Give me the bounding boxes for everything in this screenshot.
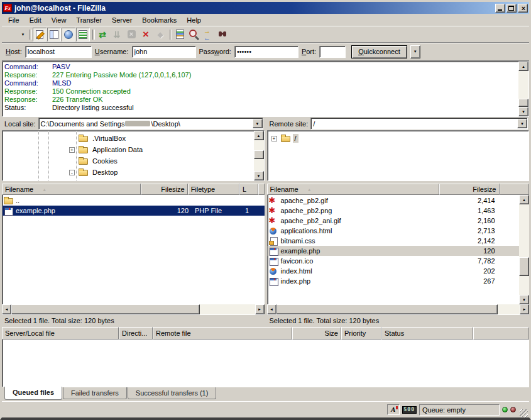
scroll-down-icon[interactable]: ▼ — [254, 171, 264, 180]
window-title: john@localhost - FileZilla — [14, 4, 495, 13]
column-header[interactable]: Filetype — [188, 184, 239, 195]
title-bar[interactable]: Fz john@localhost - FileZilla × — [2, 2, 529, 14]
password-label: Password: — [199, 48, 231, 55]
toggle-message-log[interactable] — [33, 28, 47, 41]
column-header[interactable]: L — [239, 184, 258, 195]
remote-file-row[interactable]: favicon.ico 7,782 — [268, 256, 520, 266]
local-file-row[interactable]: example.php 120 PHP File 1 — [3, 206, 265, 216]
close-button[interactable]: × — [518, 4, 528, 13]
filter[interactable] — [173, 28, 187, 41]
scroll-up-icon[interactable]: ▲ — [519, 195, 529, 204]
remote-file-row[interactable]: bitnami.css 2,142 — [268, 236, 520, 246]
tree-expander-icon[interactable]: - — [69, 170, 75, 175]
remote-file-row[interactable]: example.php 120 — [268, 246, 520, 256]
local-tree-item[interactable]: Cookies — [3, 155, 254, 167]
queue-column-header[interactable]: Server/Local file — [2, 327, 119, 340]
menu-item[interactable]: Transfer — [71, 14, 107, 26]
queue-column-header[interactable]: Size — [292, 327, 341, 340]
combo-dropdown-icon[interactable]: ▼ — [517, 119, 527, 128]
local-tree-item[interactable]: .VirtualBox — [3, 133, 254, 144]
scroll-right-icon[interactable]: ► — [520, 304, 529, 314]
scroll-left-icon[interactable]: ◄ — [2, 304, 11, 314]
tree-expander-icon[interactable]: + — [69, 147, 75, 153]
local-tree-item[interactable]: + Application Data — [3, 144, 254, 155]
scroll-left-icon[interactable]: ◄ — [267, 304, 276, 314]
toggle-local-tree[interactable] — [47, 28, 61, 41]
port-input[interactable] — [319, 46, 346, 58]
remote-status-text: Selected 1 file. Total size: 120 bytes — [267, 314, 530, 327]
local-tree-item[interactable]: - Desktop — [3, 167, 254, 178]
toggle-remote-tree[interactable] — [62, 28, 75, 41]
red-activity-led-icon — [510, 407, 516, 412]
directory-comparison[interactable] — [187, 28, 201, 41]
remote-file-row[interactable]: apache_pb2.gif 2,414 — [268, 196, 520, 206]
local-tree-scrollbar[interactable]: ▲ ▼ — [254, 131, 264, 180]
menu-item[interactable]: File — [3, 14, 25, 26]
remote-file-row[interactable]: apache_pb2.png 1,463 — [268, 206, 520, 216]
scroll-thumb[interactable] — [254, 150, 264, 159]
scroll-up-icon[interactable]: ▲ — [518, 62, 528, 71]
host-input[interactable] — [25, 46, 92, 58]
menu-item[interactable]: Bookmarks — [137, 14, 182, 26]
scroll-down-icon[interactable]: ▼ — [518, 107, 528, 116]
scroll-thumb[interactable] — [276, 304, 498, 314]
remote-list-hscrollbar[interactable]: ◄ ► — [267, 304, 530, 314]
maximize-button[interactable] — [506, 4, 517, 13]
synchronized-browsing[interactable] — [202, 28, 216, 41]
process-queue[interactable] — [110, 28, 124, 41]
queue-column-header[interactable]: Priority — [341, 327, 381, 340]
queue-tab[interactable]: Successful transfers (1) — [128, 387, 217, 399]
menu-item[interactable]: View — [47, 14, 72, 26]
queue-column-header[interactable]: Remote file — [153, 327, 292, 340]
remote-file-row[interactable]: index.php 267 — [268, 276, 520, 286]
file-icon — [269, 277, 278, 285]
local-site-combo[interactable]: C:\Documents and Settings\Desktop\ ▼ — [38, 118, 263, 130]
local-list-hscrollbar[interactable]: ◄ ► — [2, 304, 265, 314]
remote-site-combo[interactable]: / ▼ — [310, 118, 528, 130]
remote-file-row[interactable]: apache_pb2_ani.gif 2,160 — [268, 216, 520, 226]
scroll-right-icon[interactable]: ► — [255, 304, 265, 314]
scroll-thumb[interactable] — [518, 99, 528, 107]
clear-queue[interactable] — [153, 28, 167, 41]
quickconnect-dropdown[interactable]: ▼ — [410, 45, 420, 58]
menu-item[interactable]: Edit — [25, 14, 47, 26]
column-header[interactable]: Filesize — [439, 184, 500, 195]
queue-list[interactable] — [2, 340, 529, 387]
column-header[interactable]: Filesize — [141, 184, 188, 195]
scroll-up-icon[interactable]: ▲ — [254, 131, 264, 140]
resize-grip[interactable] — [520, 409, 528, 417]
password-input[interactable] — [234, 46, 298, 58]
menu-item[interactable]: Server — [107, 14, 137, 26]
scroll-down-icon[interactable]: ▼ — [519, 295, 529, 304]
scroll-thumb[interactable] — [519, 257, 529, 276]
remote-file-row[interactable]: applications.html 2,713 — [268, 226, 520, 236]
column-header[interactable]: Filename — [2, 184, 141, 195]
green-activity-led-icon — [502, 407, 508, 412]
remote-tree-item[interactable]: + / — [268, 133, 529, 144]
queue-column-header[interactable]: Status — [381, 327, 473, 340]
cancel-operation[interactable] — [124, 28, 138, 41]
site-manager-icon[interactable] — [4, 28, 18, 41]
local-file-row[interactable]: .. — [3, 196, 265, 206]
username-input[interactable] — [132, 46, 196, 58]
log-scrollbar[interactable]: ▲ ▼ — [518, 62, 528, 116]
minimize-button[interactable] — [495, 4, 505, 13]
queue-column-header[interactable]: Directi... — [119, 327, 153, 340]
file-search[interactable] — [216, 28, 230, 41]
scroll-thumb[interactable] — [11, 304, 200, 314]
remote-file-row[interactable]: index.html 202 — [268, 266, 520, 276]
refresh[interactable] — [96, 28, 109, 41]
disconnect[interactable] — [139, 28, 153, 41]
menu-item[interactable]: Help — [182, 14, 206, 26]
combo-dropdown-icon[interactable]: ▼ — [253, 119, 263, 128]
toggle-queue-view[interactable] — [76, 28, 90, 41]
tree-expander-icon[interactable]: + — [271, 136, 277, 141]
remote-list-scrollbar[interactable]: ▲ ▼ — [519, 195, 529, 304]
site-manager-dropdown[interactable] — [19, 28, 27, 41]
column-header[interactable]: Filename — [267, 184, 439, 195]
quickconnect-button[interactable]: Quickconnect — [351, 45, 407, 58]
queue-tab[interactable]: Failed transfers — [63, 387, 127, 399]
queue-status-text: Queue: empty — [419, 404, 500, 416]
local-pane: Local site: C:\Documents and Settings\De… — [2, 117, 265, 327]
queue-tab[interactable]: Queued files — [4, 387, 62, 400]
